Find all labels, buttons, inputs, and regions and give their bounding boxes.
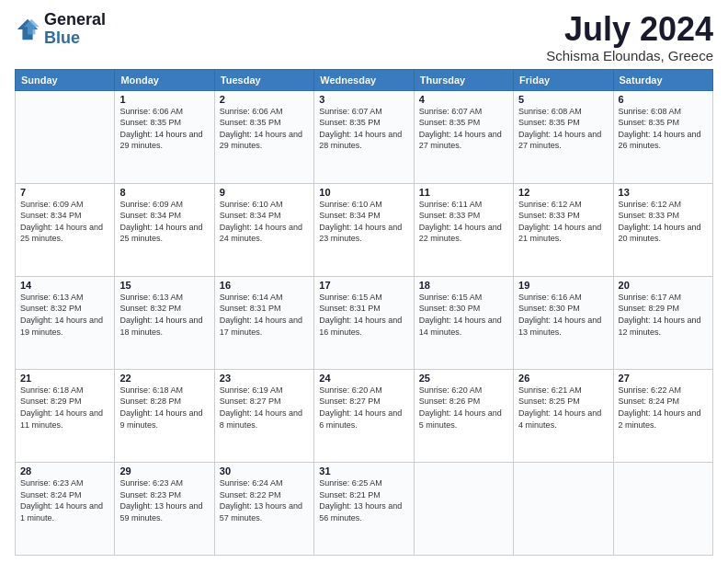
day-number: 13 <box>619 187 708 198</box>
location-subtitle: Schisma Eloundas, Greece <box>546 48 713 63</box>
cell-info: Sunrise: 6:13 AMSunset: 8:32 PMDaylight:… <box>20 292 109 338</box>
calendar-cell: 21Sunrise: 6:18 AMSunset: 8:29 PMDayligh… <box>16 369 115 462</box>
cell-info: Sunrise: 6:08 AMSunset: 8:35 PMDaylight:… <box>619 106 708 152</box>
cell-info: Sunrise: 6:23 AMSunset: 8:23 PMDaylight:… <box>119 477 209 523</box>
calendar-cell: 11Sunrise: 6:11 AMSunset: 8:33 PMDayligh… <box>414 183 513 276</box>
cell-info: Sunrise: 6:18 AMSunset: 8:28 PMDaylight:… <box>119 385 209 431</box>
cell-info: Sunrise: 6:18 AMSunset: 8:29 PMDaylight:… <box>20 385 109 431</box>
calendar-cell: 2Sunrise: 6:06 AMSunset: 8:35 PMDaylight… <box>214 90 313 183</box>
cell-info: Sunrise: 6:10 AMSunset: 8:34 PMDaylight:… <box>319 199 408 245</box>
day-number: 29 <box>119 465 209 477</box>
logo-icon <box>15 17 40 42</box>
calendar-cell: 13Sunrise: 6:12 AMSunset: 8:33 PMDayligh… <box>613 183 712 276</box>
calendar-cell: 31Sunrise: 6:25 AMSunset: 8:21 PMDayligh… <box>314 462 414 555</box>
month-title: July 2024 <box>546 11 713 48</box>
cell-info: Sunrise: 6:20 AMSunset: 8:27 PMDaylight:… <box>319 385 408 431</box>
day-number: 12 <box>518 187 608 198</box>
calendar-cell <box>613 462 712 555</box>
logo: General Blue <box>15 11 106 48</box>
calendar-cell: 12Sunrise: 6:12 AMSunset: 8:33 PMDayligh… <box>514 183 613 276</box>
calendar-cell: 10Sunrise: 6:10 AMSunset: 8:34 PMDayligh… <box>314 183 414 276</box>
day-number: 23 <box>220 373 309 384</box>
calendar-cell: 28Sunrise: 6:23 AMSunset: 8:24 PMDayligh… <box>16 462 115 555</box>
day-number: 27 <box>619 373 708 384</box>
cell-info: Sunrise: 6:14 AMSunset: 8:31 PMDaylight:… <box>220 292 309 338</box>
calendar-cell: 3Sunrise: 6:07 AMSunset: 8:35 PMDaylight… <box>314 90 414 183</box>
calendar-week-row: 7Sunrise: 6:09 AMSunset: 8:34 PMDaylight… <box>16 183 713 276</box>
calendar-cell: 24Sunrise: 6:20 AMSunset: 8:27 PMDayligh… <box>314 369 414 462</box>
day-number: 9 <box>220 187 309 198</box>
cell-info: Sunrise: 6:22 AMSunset: 8:24 PMDaylight:… <box>619 385 708 431</box>
calendar-cell: 7Sunrise: 6:09 AMSunset: 8:34 PMDaylight… <box>16 183 115 276</box>
day-number: 19 <box>518 280 608 291</box>
calendar-cell: 18Sunrise: 6:15 AMSunset: 8:30 PMDayligh… <box>414 276 513 369</box>
cell-info: Sunrise: 6:13 AMSunset: 8:32 PMDaylight:… <box>119 292 209 338</box>
cell-info: Sunrise: 6:12 AMSunset: 8:33 PMDaylight:… <box>518 199 608 245</box>
calendar-cell: 14Sunrise: 6:13 AMSunset: 8:32 PMDayligh… <box>16 276 115 369</box>
calendar-cell: 20Sunrise: 6:17 AMSunset: 8:29 PMDayligh… <box>613 276 712 369</box>
calendar-cell: 23Sunrise: 6:19 AMSunset: 8:27 PMDayligh… <box>214 369 313 462</box>
day-number: 17 <box>319 280 408 291</box>
day-number: 31 <box>319 465 408 477</box>
calendar-week-row: 14Sunrise: 6:13 AMSunset: 8:32 PMDayligh… <box>16 276 713 369</box>
cell-info: Sunrise: 6:23 AMSunset: 8:24 PMDaylight:… <box>20 477 109 523</box>
calendar-week-row: 1Sunrise: 6:06 AMSunset: 8:35 PMDaylight… <box>16 90 713 183</box>
day-number: 8 <box>119 187 209 198</box>
cell-info: Sunrise: 6:16 AMSunset: 8:30 PMDaylight:… <box>518 292 608 338</box>
day-number: 4 <box>419 94 508 105</box>
calendar-header-thursday: Thursday <box>414 69 513 90</box>
day-number: 5 <box>518 94 608 105</box>
day-number: 25 <box>419 373 508 384</box>
calendar-cell: 22Sunrise: 6:18 AMSunset: 8:28 PMDayligh… <box>115 369 214 462</box>
day-number: 7 <box>20 187 109 198</box>
calendar-week-row: 28Sunrise: 6:23 AMSunset: 8:24 PMDayligh… <box>16 462 713 555</box>
calendar-week-row: 21Sunrise: 6:18 AMSunset: 8:29 PMDayligh… <box>16 369 713 462</box>
cell-info: Sunrise: 6:24 AMSunset: 8:22 PMDaylight:… <box>220 477 309 523</box>
day-number: 16 <box>220 280 309 291</box>
title-block: July 2024 Schisma Eloundas, Greece <box>546 11 713 63</box>
day-number: 2 <box>220 94 309 105</box>
calendar-cell <box>414 462 513 555</box>
cell-info: Sunrise: 6:06 AMSunset: 8:35 PMDaylight:… <box>119 106 209 152</box>
logo-line2: Blue <box>44 29 80 47</box>
cell-info: Sunrise: 6:09 AMSunset: 8:34 PMDaylight:… <box>20 199 109 245</box>
day-number: 14 <box>20 280 109 291</box>
day-number: 10 <box>319 187 408 198</box>
day-number: 15 <box>119 280 209 291</box>
logo-line1: General <box>44 11 106 29</box>
cell-info: Sunrise: 6:15 AMSunset: 8:31 PMDaylight:… <box>319 292 408 338</box>
cell-info: Sunrise: 6:15 AMSunset: 8:30 PMDaylight:… <box>419 292 508 338</box>
cell-info: Sunrise: 6:25 AMSunset: 8:21 PMDaylight:… <box>319 477 408 523</box>
cell-info: Sunrise: 6:07 AMSunset: 8:35 PMDaylight:… <box>319 106 408 152</box>
calendar-cell: 6Sunrise: 6:08 AMSunset: 8:35 PMDaylight… <box>613 90 712 183</box>
cell-info: Sunrise: 6:10 AMSunset: 8:34 PMDaylight:… <box>220 199 309 245</box>
day-number: 26 <box>518 373 608 384</box>
calendar-table: SundayMondayTuesdayWednesdayThursdayFrid… <box>15 69 713 556</box>
day-number: 30 <box>220 465 309 477</box>
cell-info: Sunrise: 6:17 AMSunset: 8:29 PMDaylight:… <box>619 292 708 338</box>
calendar-cell: 30Sunrise: 6:24 AMSunset: 8:22 PMDayligh… <box>214 462 313 555</box>
calendar-header-sunday: Sunday <box>16 69 115 90</box>
calendar-cell: 8Sunrise: 6:09 AMSunset: 8:34 PMDaylight… <box>115 183 214 276</box>
day-number: 28 <box>20 465 109 477</box>
cell-info: Sunrise: 6:06 AMSunset: 8:35 PMDaylight:… <box>220 106 309 152</box>
calendar-cell: 16Sunrise: 6:14 AMSunset: 8:31 PMDayligh… <box>214 276 313 369</box>
calendar-cell <box>514 462 613 555</box>
calendar-header-saturday: Saturday <box>613 69 712 90</box>
cell-info: Sunrise: 6:08 AMSunset: 8:35 PMDaylight:… <box>518 106 608 152</box>
calendar-header-wednesday: Wednesday <box>314 69 414 90</box>
calendar-header-monday: Monday <box>115 69 214 90</box>
cell-info: Sunrise: 6:09 AMSunset: 8:34 PMDaylight:… <box>119 199 209 245</box>
calendar-cell: 9Sunrise: 6:10 AMSunset: 8:34 PMDaylight… <box>214 183 313 276</box>
calendar-cell <box>16 90 115 183</box>
calendar-cell: 26Sunrise: 6:21 AMSunset: 8:25 PMDayligh… <box>514 369 613 462</box>
calendar-cell: 29Sunrise: 6:23 AMSunset: 8:23 PMDayligh… <box>115 462 214 555</box>
day-number: 20 <box>619 280 708 291</box>
calendar-cell: 25Sunrise: 6:20 AMSunset: 8:26 PMDayligh… <box>414 369 513 462</box>
cell-info: Sunrise: 6:07 AMSunset: 8:35 PMDaylight:… <box>419 106 508 152</box>
day-number: 18 <box>419 280 508 291</box>
calendar-header-tuesday: Tuesday <box>214 69 313 90</box>
day-number: 11 <box>419 187 508 198</box>
calendar-cell: 15Sunrise: 6:13 AMSunset: 8:32 PMDayligh… <box>115 276 214 369</box>
header: General Blue July 2024 Schisma Eloundas,… <box>15 11 713 63</box>
